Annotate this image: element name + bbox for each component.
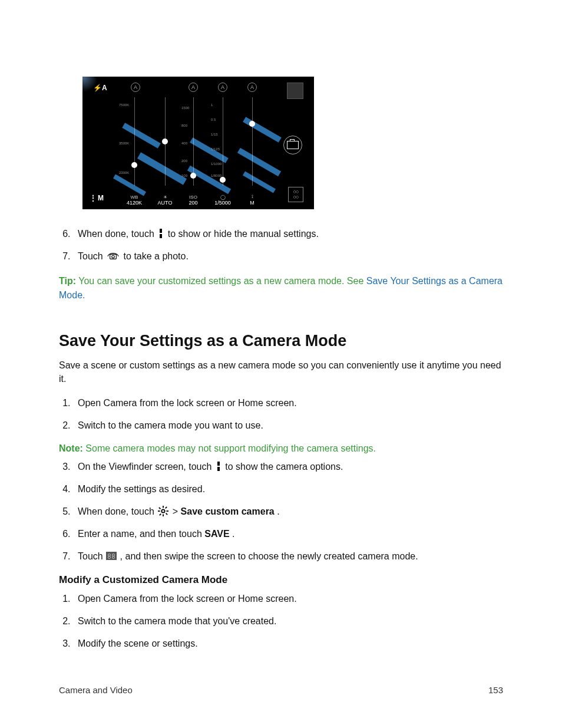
page-footer: Camera and Video 153 bbox=[59, 685, 503, 695]
step-text: > bbox=[173, 506, 181, 516]
step-text: When done, touch bbox=[78, 229, 157, 239]
svg-rect-3 bbox=[163, 506, 164, 508]
svg-rect-9 bbox=[165, 506, 167, 509]
step-text: . bbox=[232, 529, 234, 539]
step-text: Modify the settings as desired. bbox=[78, 484, 205, 494]
step-text: to show the camera options. bbox=[225, 462, 343, 472]
auto-indicator-icon: A bbox=[131, 83, 140, 92]
iso-scale: 400 bbox=[181, 141, 187, 145]
note-label: Note: bbox=[59, 443, 83, 453]
shutter-scale: 1/8000 bbox=[211, 174, 222, 177]
step-text: to show or hide the manual settings. bbox=[168, 229, 319, 239]
shutter-label: ◯1/5000 bbox=[211, 195, 234, 206]
steps-list-a: When done, touch to show or hide the man… bbox=[59, 227, 503, 263]
focus-label: ⟟M bbox=[240, 194, 264, 206]
auto-indicator-icon: A bbox=[247, 83, 257, 92]
step-bold: Save custom camera bbox=[181, 506, 275, 516]
section-heading: Save Your Settings as a Camera Mode bbox=[59, 332, 503, 350]
step-text: Switch to the camera mode that you've cr… bbox=[78, 616, 276, 626]
svg-point-1 bbox=[112, 255, 114, 258]
sliders-icon bbox=[216, 462, 222, 471]
step-text: Enter a name, and then touch bbox=[78, 529, 204, 539]
steps-list-c: On the Viewfinder screen, touch to show … bbox=[59, 460, 503, 564]
mode-grid-icon: ○○○○ bbox=[288, 187, 303, 202]
step-item: Switch to the camera mode that you've cr… bbox=[73, 614, 503, 628]
step-text: . bbox=[277, 506, 279, 516]
svg-rect-6 bbox=[167, 510, 169, 512]
document-page: ⚡A A A A A 7500K 3500K 2300K 1500 800 40… bbox=[0, 0, 562, 728]
step-text: Open Camera from the lock screen or Home… bbox=[78, 398, 297, 408]
footer-chapter: Camera and Video bbox=[59, 685, 133, 695]
step-text: When done, touch bbox=[78, 506, 157, 516]
step-item: Touch , and then swipe the screen to cho… bbox=[73, 549, 503, 564]
iso-scale: 100 bbox=[181, 174, 187, 177]
step-text: Switch to the camera mode you want to us… bbox=[78, 420, 263, 430]
step-text: Modify the scene or settings. bbox=[78, 638, 198, 648]
gallery-thumbnail bbox=[287, 83, 303, 99]
step-text: Touch bbox=[78, 251, 105, 261]
steps-list-d: Open Camera from the lock screen or Home… bbox=[59, 592, 503, 651]
gear-icon bbox=[158, 506, 168, 516]
shutter-scale: 1/125 bbox=[211, 147, 220, 151]
wb-label: WB4120K bbox=[123, 195, 146, 206]
step-text: , and then swipe the screen to choose th… bbox=[120, 551, 418, 561]
tip-label: Tip: bbox=[59, 276, 76, 286]
auto-indicator-icon: A bbox=[189, 83, 198, 92]
note-text: Some camera modes may not support modify… bbox=[85, 443, 376, 453]
step-item: Open Camera from the lock screen or Home… bbox=[73, 592, 503, 606]
shutter-icon bbox=[107, 251, 120, 261]
iso-scale: 800 bbox=[181, 124, 187, 127]
wb-scale: 2300K bbox=[119, 171, 129, 174]
auto-indicator-icon: A bbox=[218, 83, 227, 92]
svg-rect-8 bbox=[166, 513, 168, 515]
svg-rect-4 bbox=[163, 515, 164, 517]
step-bold: SAVE bbox=[204, 529, 229, 539]
step-item: On the Viewfinder screen, touch to show … bbox=[73, 460, 503, 474]
sliders-icon bbox=[158, 229, 164, 238]
note-paragraph: Note: Some camera modes may not support … bbox=[59, 443, 503, 454]
shutter-scale: 1/1000 bbox=[211, 162, 222, 166]
step-text: Open Camera from the lock screen or Home… bbox=[78, 594, 297, 604]
tip-text: . bbox=[82, 290, 85, 300]
ev-label: ☀AUTO bbox=[153, 195, 177, 206]
iso-scale: 1500 bbox=[181, 106, 189, 110]
tip-paragraph: Tip: You can save your customized settin… bbox=[59, 274, 503, 302]
step-item: Switch to the camera mode you want to us… bbox=[73, 419, 503, 433]
svg-rect-10 bbox=[159, 513, 161, 516]
step-text: Touch bbox=[78, 551, 105, 561]
step-item: Open Camera from the lock screen or Home… bbox=[73, 396, 503, 410]
camera-viewfinder-figure: ⚡A A A A A 7500K 3500K 2300K 1500 800 40… bbox=[82, 77, 314, 209]
svg-rect-7 bbox=[159, 507, 161, 509]
shutter-scale: 1/15 bbox=[211, 133, 218, 136]
wb-scale: 7500K bbox=[119, 103, 129, 107]
shutter-button-icon bbox=[283, 136, 302, 154]
step-text: On the Viewfinder screen, touch bbox=[78, 462, 214, 472]
step-item: Enter a name, and then touch SAVE . bbox=[73, 527, 503, 541]
steps-list-b: Open Camera from the lock screen or Home… bbox=[59, 396, 503, 433]
mode-indicator: ⋮M bbox=[90, 194, 104, 202]
mode-grid-icon bbox=[106, 552, 117, 560]
svg-point-2 bbox=[162, 509, 165, 512]
shutter-scale: 0.5 bbox=[211, 118, 216, 121]
step-item: Touch to take a photo. bbox=[73, 249, 503, 263]
step-item: When done, touch > Save custom camera . bbox=[73, 505, 503, 519]
step-item: When done, touch to show or hide the man… bbox=[73, 227, 503, 241]
iso-scale: 200 bbox=[181, 159, 187, 163]
flash-indicator: ⚡A bbox=[93, 84, 107, 92]
shutter-scale: 1 bbox=[211, 103, 213, 107]
iso-label: ISO200 bbox=[181, 195, 205, 206]
step-item: Modify the scene or settings. bbox=[73, 637, 503, 651]
step-item: Modify the settings as desired. bbox=[73, 482, 503, 496]
wb-scale: 3500K bbox=[119, 141, 129, 145]
svg-rect-5 bbox=[158, 510, 160, 512]
footer-page-number: 153 bbox=[488, 685, 503, 695]
subsection-heading: Modify a Customized Camera Mode bbox=[59, 574, 503, 586]
tip-text: You can save your customized settings as… bbox=[78, 276, 366, 286]
step-text: to take a photo. bbox=[124, 251, 189, 261]
section-intro: Save a scene or custom settings as a new… bbox=[59, 358, 503, 386]
